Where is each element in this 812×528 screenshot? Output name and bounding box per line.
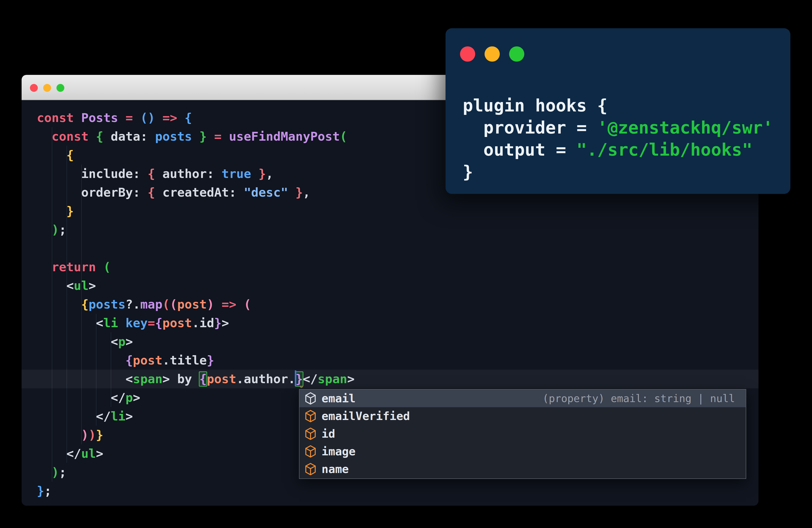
code-token: include:	[81, 167, 148, 181]
code-token: '@zenstackhq/swr'	[597, 118, 773, 138]
code-token: </	[66, 446, 81, 461]
zmodel-code: plugin hooks { provider = '@zenstackhq/s…	[463, 94, 781, 183]
code-token: createdAt:	[162, 185, 244, 200]
code-token: ?.	[126, 297, 140, 311]
code-line: }	[21, 202, 758, 220]
completion-item-email[interactable]: email(property) email: string | null	[300, 390, 746, 407]
code-token	[37, 353, 126, 367]
completion-label: emailVerified	[322, 409, 410, 423]
code-token: (	[340, 129, 347, 144]
autocomplete-popup: email(property) email: string | nullemai…	[299, 389, 746, 479]
completion-item-emailVerified[interactable]: emailVerified	[300, 407, 746, 425]
code-token: data:	[111, 129, 155, 144]
code-token: =	[148, 316, 155, 330]
code-token: )	[52, 465, 59, 480]
code-line: );	[21, 220, 758, 239]
code-token: <	[126, 372, 133, 386]
code-token	[37, 428, 81, 442]
completion-detail: (property) email: string | null	[542, 393, 735, 405]
code-token: <	[111, 335, 118, 349]
code-token: map	[140, 297, 162, 311]
code-line: };	[21, 482, 758, 500]
code-token: }	[259, 167, 266, 181]
code-token: post	[162, 316, 192, 330]
code-token: <	[66, 279, 74, 293]
code-line: output = "./src/lib/hooks"	[463, 139, 781, 161]
code-token: post	[207, 372, 236, 386]
code-token: >	[126, 409, 133, 423]
code-token: key	[126, 316, 147, 330]
code-token: plugin hooks {	[463, 96, 608, 116]
code-token	[37, 372, 126, 386]
code-token: ,	[303, 185, 310, 200]
code-token: post	[133, 353, 162, 367]
code-token	[37, 260, 52, 274]
symbol-field-icon	[305, 410, 316, 422]
code-token: provider =	[463, 118, 597, 138]
code-token: orderBy:	[81, 185, 148, 200]
code-token	[37, 297, 81, 311]
code-line: {post.title}	[21, 351, 758, 370]
code-line: <p>	[21, 332, 758, 351]
code-line	[21, 239, 758, 258]
completion-item-image[interactable]: image	[300, 443, 746, 460]
code-token: span	[133, 372, 162, 386]
completion-item-name[interactable]: name	[300, 460, 746, 478]
code-token: ;	[44, 484, 52, 498]
code-token: <	[96, 316, 103, 330]
minimize-button[interactable]	[43, 84, 51, 92]
code-token: {	[185, 111, 192, 125]
code-token: li	[111, 409, 126, 423]
zoom-button[interactable]	[56, 84, 64, 92]
close-button[interactable]	[30, 84, 38, 92]
code-token: )	[81, 428, 89, 442]
code-token: p	[118, 335, 126, 349]
code-token: }	[207, 353, 214, 367]
desktop-background: const Posts = () => { const { data: post…	[0, 0, 812, 528]
zoom-button[interactable]	[509, 46, 524, 62]
code-token: ()	[140, 111, 162, 125]
code-token: "desc"	[244, 185, 295, 200]
code-token: .title	[162, 353, 207, 367]
code-token: posts	[89, 297, 126, 311]
matched-bracket: {	[199, 372, 207, 386]
code-token: li	[103, 316, 126, 330]
symbol-field-icon	[305, 428, 316, 440]
code-token	[37, 316, 96, 330]
minimize-button[interactable]	[484, 46, 500, 62]
code-token	[37, 465, 52, 480]
code-token: </	[303, 372, 318, 386]
code-token	[37, 409, 96, 423]
code-token: }	[96, 428, 103, 442]
code-token: (	[103, 260, 111, 274]
symbol-field-icon	[305, 445, 316, 457]
close-button[interactable]	[460, 46, 475, 62]
completion-label: image	[322, 445, 356, 458]
code-token: const	[52, 129, 96, 144]
code-token: =>	[222, 297, 244, 311]
code-token	[37, 204, 66, 218]
code-line: <ul>	[21, 276, 758, 295]
code-token	[37, 167, 81, 181]
code-token: }	[37, 484, 44, 498]
code-token: {	[148, 185, 162, 200]
code-token: ul	[81, 446, 96, 461]
code-token: const	[37, 111, 81, 125]
code-line: provider = '@zenstackhq/swr'	[463, 117, 781, 139]
code-token: {	[155, 316, 162, 330]
code-token	[37, 129, 52, 144]
code-token: Posts	[81, 111, 126, 125]
code-token	[37, 446, 66, 461]
code-token: )	[89, 428, 96, 442]
code-token: >	[126, 335, 133, 349]
code-token: )	[207, 297, 221, 311]
code-token: {	[148, 167, 162, 181]
code-token: {	[81, 297, 89, 311]
completion-item-id[interactable]: id	[300, 425, 746, 443]
code-line: <li key={post.id}>	[21, 314, 758, 332]
code-token	[37, 335, 111, 349]
code-token: )	[52, 223, 59, 237]
completion-label: id	[322, 427, 335, 440]
code-token: output =	[463, 140, 577, 160]
code-token: ;	[59, 465, 66, 480]
